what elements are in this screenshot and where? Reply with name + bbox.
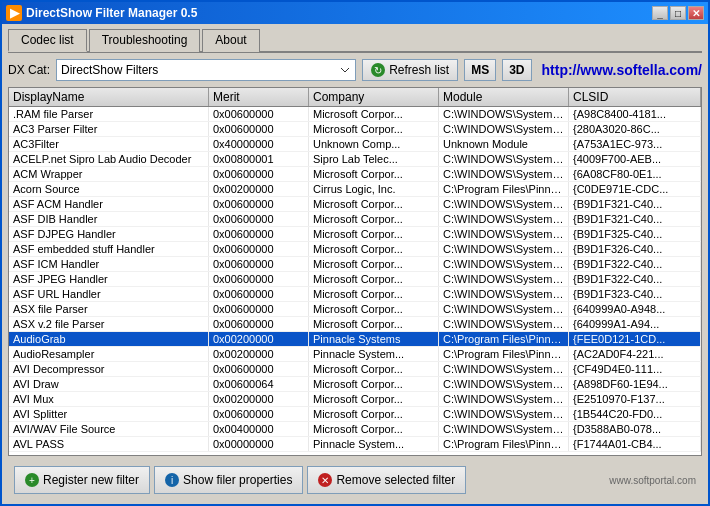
table-cell: {A753A1EC-973... (569, 137, 701, 151)
table-cell: Microsoft Corpor... (309, 272, 439, 286)
table-cell: Microsoft Corpor... (309, 317, 439, 331)
table-cell: 0x00600000 (209, 167, 309, 181)
table-cell: {E2510970-F137... (569, 392, 701, 406)
remove-filter-button[interactable]: ✕ Remove selected filter (307, 466, 466, 494)
table-cell: ACELP.net Sipro Lab Audio Decoder (9, 152, 209, 166)
table-cell: {B9D1F322-C40... (569, 257, 701, 271)
main-content: DX Cat: DirectShow Filters ↻ Refresh lis… (2, 53, 708, 504)
table-row[interactable]: AC3Filter0x40000000Unknown Comp...Unknow… (9, 137, 701, 152)
table-cell: C:\WINDOWS\System32\... (439, 257, 569, 271)
table-cell: {C0DE971E-CDC... (569, 182, 701, 196)
table-cell: ASF ACM Handler (9, 197, 209, 211)
table-cell: 0x00000000 (209, 437, 309, 451)
website-link[interactable]: http://www.softella.com/ (542, 62, 703, 78)
table-cell: C:\WINDOWS\System32\... (439, 152, 569, 166)
table-row[interactable]: AC3 Parser Filter0x00600000Microsoft Cor… (9, 122, 701, 137)
table-row[interactable]: ACELP.net Sipro Lab Audio Decoder0x00800… (9, 152, 701, 167)
table-cell: 0x00600000 (209, 302, 309, 316)
table-cell: Microsoft Corpor... (309, 122, 439, 136)
close-button[interactable]: ✕ (688, 6, 704, 20)
table-cell: {CF49D4E0-111... (569, 362, 701, 376)
table-cell: 0x00200000 (209, 182, 309, 196)
table-row[interactable]: AVI Mux0x00200000Microsoft Corpor...C:\W… (9, 392, 701, 407)
col-module[interactable]: Module (439, 88, 569, 106)
col-company[interactable]: Company (309, 88, 439, 106)
table-row[interactable]: AVI Draw0x00600064Microsoft Corpor...C:\… (9, 377, 701, 392)
table-cell: 0x00200000 (209, 392, 309, 406)
col-merit[interactable]: Merit (209, 88, 309, 106)
table-cell: Pinnacle Systems (309, 332, 439, 346)
table-cell: 0x00600000 (209, 272, 309, 286)
table-row[interactable]: ASF ICM Handler0x00600000Microsoft Corpo… (9, 257, 701, 272)
show-properties-button[interactable]: i Show filer properties (154, 466, 303, 494)
table-cell: Microsoft Corpor... (309, 257, 439, 271)
tab-about[interactable]: About (202, 29, 259, 52)
table-row[interactable]: ASF DIB Handler0x00600000Microsoft Corpo… (9, 212, 701, 227)
table-row[interactable]: ASF DJPEG Handler0x00600000Microsoft Cor… (9, 227, 701, 242)
tab-codec-list[interactable]: Codec list (8, 29, 87, 52)
table-cell: Acorn Source (9, 182, 209, 196)
table-row[interactable]: .RAM file Parser0x00600000Microsoft Corp… (9, 107, 701, 122)
table-cell: C:\WINDOWS\System32\... (439, 422, 569, 436)
table-cell: AVI Decompressor (9, 362, 209, 376)
main-window: ▶ DirectShow Filter Manager 0.5 _ □ ✕ Co… (0, 0, 710, 506)
table-cell: 0x00800001 (209, 152, 309, 166)
filter-table: DisplayName Merit Company Module CLSID .… (8, 87, 702, 456)
table-cell: C:\Program Files\Pinnacle\... (439, 347, 569, 361)
table-cell: Pinnacle System... (309, 347, 439, 361)
table-row[interactable]: AVI Decompressor0x00600000Microsoft Corp… (9, 362, 701, 377)
minimize-button[interactable]: _ (652, 6, 668, 20)
ms-button[interactable]: MS (464, 59, 496, 81)
table-cell: Microsoft Corpor... (309, 227, 439, 241)
table-cell: Microsoft Corpor... (309, 377, 439, 391)
table-cell: Microsoft Corpor... (309, 407, 439, 421)
table-cell: {6A08CF80-0E1... (569, 167, 701, 181)
table-cell: Microsoft Corpor... (309, 422, 439, 436)
table-cell: C:\WINDOWS\System32\... (439, 122, 569, 136)
maximize-button[interactable]: □ (670, 6, 686, 20)
table-cell: ACM Wrapper (9, 167, 209, 181)
table-row[interactable]: AudioGrab0x00200000Pinnacle SystemsC:\Pr… (9, 332, 701, 347)
table-cell: C:\WINDOWS\System32\... (439, 197, 569, 211)
col-displayname[interactable]: DisplayName (9, 88, 209, 106)
table-row[interactable]: ASF embedded stuff Handler0x00600000Micr… (9, 242, 701, 257)
register-filter-button[interactable]: + Register new filter (14, 466, 150, 494)
table-cell: Microsoft Corpor... (309, 362, 439, 376)
table-cell: 0x00600000 (209, 407, 309, 421)
table-row[interactable]: ASF ACM Handler0x00600000Microsoft Corpo… (9, 197, 701, 212)
table-row[interactable]: AVI Splitter0x00600000Microsoft Corpor..… (9, 407, 701, 422)
table-row[interactable]: ASF URL Handler0x00600000Microsoft Corpo… (9, 287, 701, 302)
table-row[interactable]: ASX v.2 file Parser0x00600000Microsoft C… (9, 317, 701, 332)
table-row[interactable]: AVI/WAV File Source0x00400000Microsoft C… (9, 422, 701, 437)
table-cell: 0x00600000 (209, 107, 309, 121)
table-cell: ASF ICM Handler (9, 257, 209, 271)
table-cell: Microsoft Corpor... (309, 242, 439, 256)
table-row[interactable]: Acorn Source0x00200000Cirrus Logic, Inc.… (9, 182, 701, 197)
table-row[interactable]: AVL PASS0x00000000Pinnacle System...C:\P… (9, 437, 701, 452)
table-cell: {FEE0D121-1CD... (569, 332, 701, 346)
table-cell: C:\WINDOWS\System32\... (439, 317, 569, 331)
threed-button[interactable]: 3D (502, 59, 531, 81)
dx-cat-label: DX Cat: (8, 63, 50, 77)
table-cell: {B9D1F321-C40... (569, 212, 701, 226)
table-cell: 0x40000000 (209, 137, 309, 151)
table-cell: 0x00600000 (209, 257, 309, 271)
refresh-button[interactable]: ↻ Refresh list (362, 59, 458, 81)
table-row[interactable]: ACM Wrapper0x00600000Microsoft Corpor...… (9, 167, 701, 182)
table-row[interactable]: ASF JPEG Handler0x00600000Microsoft Corp… (9, 272, 701, 287)
table-cell: 0x00600000 (209, 287, 309, 301)
table-cell: AudioResampler (9, 347, 209, 361)
table-cell: C:\WINDOWS\System32\... (439, 242, 569, 256)
table-cell: C:\Program Files\Pinnacle\... (439, 182, 569, 196)
dx-cat-select[interactable]: DirectShow Filters (56, 59, 356, 81)
table-cell: ASF DJPEG Handler (9, 227, 209, 241)
table-row[interactable]: AudioResampler0x00200000Pinnacle System.… (9, 347, 701, 362)
table-cell: Microsoft Corpor... (309, 107, 439, 121)
table-cell: {A898DF60-1E94... (569, 377, 701, 391)
col-clsid[interactable]: CLSID (569, 88, 701, 106)
table-cell: ASF DIB Handler (9, 212, 209, 226)
table-cell: ASF embedded stuff Handler (9, 242, 209, 256)
tab-troubleshooting[interactable]: Troubleshooting (89, 29, 201, 52)
table-cell: C:\Program Files\Pinnacle\... (439, 332, 569, 346)
table-row[interactable]: ASX file Parser0x00600000Microsoft Corpo… (9, 302, 701, 317)
